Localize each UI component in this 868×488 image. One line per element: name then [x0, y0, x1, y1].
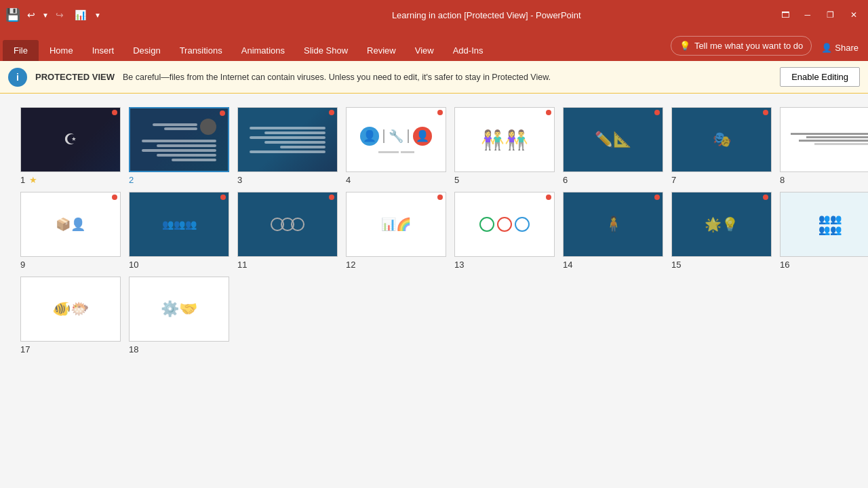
slide-thumbnail-11[interactable]: [237, 192, 338, 257]
tab-design[interactable]: Design: [123, 40, 170, 61]
slide-thumbnail-9[interactable]: 📦👤: [20, 192, 121, 257]
slide-thumbnail-15[interactable]: 🌟💡: [671, 192, 772, 257]
slide-thumbnail-8[interactable]: [780, 107, 868, 172]
tab-file[interactable]: File: [3, 40, 39, 61]
slide-number-14: 14: [563, 260, 572, 270]
slide-thumbnail-7[interactable]: 🎭: [671, 107, 772, 172]
list-item[interactable]: ✏️📐 6: [563, 107, 665, 185]
slide-thumbnail-3[interactable]: [237, 107, 338, 172]
slide-thumbnail-2[interactable]: [129, 107, 229, 172]
red-dot-2: [220, 110, 225, 116]
red-dot-10: [220, 195, 226, 200]
slide-number-row-9: 9: [20, 260, 25, 270]
ribbon-tabs: File Home Insert Design Transitions Anim…: [0, 30, 868, 61]
red-dot-7: [763, 110, 768, 115]
undo-dropdown[interactable]: ▼: [42, 12, 49, 19]
slide-number-16: 16: [780, 260, 789, 270]
undo-button[interactable]: ↩: [24, 8, 38, 22]
list-item[interactable]: ☪ 1 ★: [20, 107, 122, 185]
slide-thumbnail-18[interactable]: ⚙️🤝: [129, 277, 229, 342]
tab-insert[interactable]: Insert: [83, 40, 124, 61]
list-item[interactable]: 11: [237, 192, 339, 270]
list-item[interactable]: 🌟💡 15: [671, 192, 773, 270]
slide-number-17: 17: [20, 344, 30, 354]
minimize-button[interactable]: ─: [799, 9, 816, 20]
slide-number-1: 1: [20, 175, 25, 185]
share-button[interactable]: 👤 Share: [814, 40, 865, 56]
slide-thumbnail-10[interactable]: 👥👥👥: [129, 192, 229, 257]
red-dot-4: [437, 110, 443, 115]
red-dot-3: [329, 110, 334, 115]
slide-number-9: 9: [20, 260, 25, 270]
list-item[interactable]: 👥👥👥👥 16: [780, 192, 868, 270]
slide-number-row-15: 15: [671, 260, 681, 270]
protected-view-bar: i PROTECTED VIEW Be careful—files from t…: [0, 61, 868, 94]
slide-number-row-2: 2: [129, 175, 134, 185]
slide-thumbnail-13[interactable]: [454, 192, 555, 257]
presentation-icon[interactable]: 📊: [71, 8, 90, 22]
tab-slideshow[interactable]: Slide Show: [294, 40, 357, 61]
list-item[interactable]: 👤 🔧 👤 4: [346, 107, 448, 185]
slide-thumbnail-17[interactable]: 🐠🐡: [20, 277, 121, 342]
red-dot-5: [546, 110, 551, 115]
slide-thumbnail-5[interactable]: 👫👫: [454, 107, 555, 172]
slide-number-row-10: 10: [129, 260, 138, 270]
share-label: Share: [835, 43, 859, 53]
slide-thumbnail-14[interactable]: 🧍: [563, 192, 663, 257]
slide-text-3: [245, 123, 330, 157]
slide-number-4: 4: [346, 175, 351, 185]
slide-thumbnail-12[interactable]: 📊🌈: [346, 192, 446, 257]
slide-text-2: [138, 115, 220, 165]
list-item[interactable]: 📊🌈 12: [346, 192, 448, 270]
save-icon[interactable]: 💾: [5, 7, 20, 22]
list-item[interactable]: 🧍 14: [563, 192, 665, 270]
tab-transitions[interactable]: Transitions: [170, 40, 232, 61]
slide-thumbnail-4[interactable]: 👤 🔧 👤: [346, 107, 446, 172]
tell-me-text[interactable]: Tell me what you want to do: [694, 41, 803, 51]
list-item[interactable]: 🐠🐡 17: [20, 277, 122, 354]
list-item[interactable]: 🎭 7: [671, 107, 773, 185]
slide-number-15: 15: [671, 260, 681, 270]
protected-message: Be careful—files from the Internet can c…: [123, 73, 772, 82]
slide-number-row-14: 14: [563, 260, 572, 270]
restore-icon[interactable]: 🗖: [777, 9, 793, 21]
slide-number-row-18: 18: [129, 344, 138, 354]
red-dot-12: [437, 195, 443, 200]
tab-view[interactable]: View: [406, 40, 443, 61]
slide-number-row-4: 4: [346, 175, 351, 185]
list-item[interactable]: 👥👥👥 10: [129, 192, 231, 270]
list-item[interactable]: 13: [454, 192, 556, 270]
slide-thumbnail-6[interactable]: ✏️📐: [563, 107, 663, 172]
redo-button[interactable]: ↪: [53, 8, 66, 22]
list-item[interactable]: 📦👤 9: [20, 192, 122, 270]
app-title: Learning in action [Protected View] - Po…: [195, 10, 777, 20]
slide-number-row-16: 16: [780, 260, 789, 270]
list-item[interactable]: 3: [237, 107, 339, 185]
tab-review[interactable]: Review: [357, 40, 406, 61]
list-item[interactable]: 2: [129, 107, 231, 185]
red-dot-1: [112, 110, 117, 115]
person-icon: 👤: [821, 43, 832, 53]
tab-animations[interactable]: Animations: [232, 40, 294, 61]
title-bar: 💾 ↩ ▼ ↪ 📊 ▼ Learning in action [Protecte…: [0, 0, 868, 30]
customize-dropdown[interactable]: ▼: [94, 12, 101, 19]
slide-number-row-17: 17: [20, 344, 30, 354]
slide-number-7: 7: [671, 175, 676, 185]
list-item[interactable]: ⚙️🤝 18: [129, 277, 231, 354]
tab-addins[interactable]: Add-Ins: [443, 40, 493, 61]
window-controls: 🗖 ─ ❐ ✕: [777, 9, 863, 21]
slide-number-row-6: 6: [563, 175, 568, 185]
tell-me-box[interactable]: 💡 Tell me what you want to do: [671, 36, 812, 56]
tab-home[interactable]: Home: [40, 40, 83, 61]
info-icon: i: [8, 68, 27, 87]
slide-thumbnail-1[interactable]: ☪: [20, 107, 121, 172]
slide-thumbnail-16[interactable]: 👥👥👥👥: [780, 192, 868, 257]
list-item[interactable]: 👫👫 5: [454, 107, 556, 185]
enable-editing-button[interactable]: Enable Editing: [780, 67, 860, 87]
close-button[interactable]: ✕: [845, 9, 863, 20]
slide-number-18: 18: [129, 344, 138, 354]
slide-number-row-5: 5: [454, 175, 459, 185]
slide-number-2: 2: [129, 175, 134, 185]
restore-button[interactable]: ❐: [821, 9, 840, 20]
list-item[interactable]: 8: [780, 107, 868, 185]
